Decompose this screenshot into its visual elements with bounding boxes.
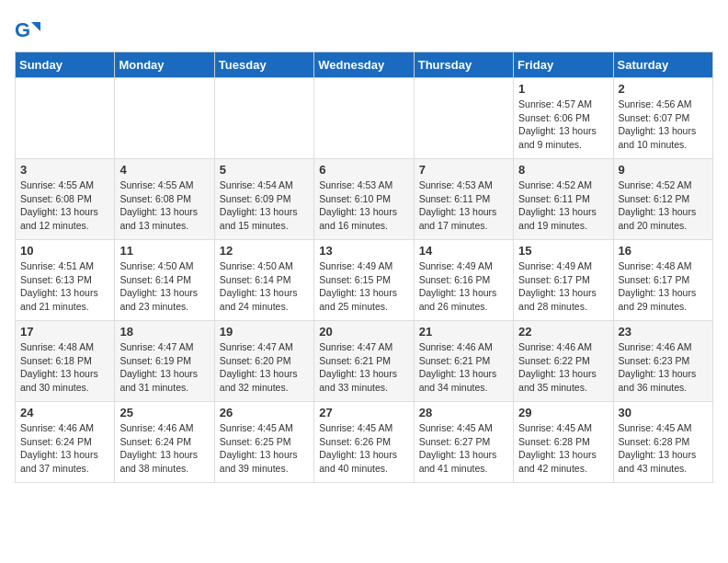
cell-content: Sunrise: 4:53 AM Sunset: 6:10 PM Dayligh… bbox=[319, 178, 408, 233]
cell-content: Sunrise: 4:53 AM Sunset: 6:11 PM Dayligh… bbox=[419, 178, 508, 233]
cell-content: Sunrise: 4:49 AM Sunset: 6:16 PM Dayligh… bbox=[419, 259, 508, 314]
day-header-wednesday: Wednesday bbox=[314, 52, 414, 78]
day-number: 17 bbox=[20, 325, 109, 339]
week-row-5: 24Sunrise: 4:46 AM Sunset: 6:24 PM Dayli… bbox=[16, 402, 713, 483]
cell-content: Sunrise: 4:49 AM Sunset: 6:17 PM Dayligh… bbox=[518, 259, 608, 314]
calendar-cell: 21Sunrise: 4:46 AM Sunset: 6:21 PM Dayli… bbox=[414, 321, 513, 402]
day-number: 28 bbox=[419, 406, 508, 419]
calendar-cell: 30Sunrise: 4:45 AM Sunset: 6:28 PM Dayli… bbox=[613, 402, 712, 483]
day-number: 9 bbox=[619, 163, 708, 177]
day-number: 13 bbox=[319, 244, 408, 258]
calendar-cell: 14Sunrise: 4:49 AM Sunset: 6:16 PM Dayli… bbox=[414, 240, 513, 321]
cell-content: Sunrise: 4:47 AM Sunset: 6:19 PM Dayligh… bbox=[119, 340, 209, 395]
svg-marker-1 bbox=[31, 22, 40, 31]
cell-content: Sunrise: 4:45 AM Sunset: 6:25 PM Dayligh… bbox=[220, 421, 309, 476]
day-header-saturday: Saturday bbox=[613, 52, 712, 78]
cell-content: Sunrise: 4:47 AM Sunset: 6:21 PM Dayligh… bbox=[319, 340, 408, 395]
day-number: 12 bbox=[220, 244, 309, 258]
calendar-cell: 5Sunrise: 4:54 AM Sunset: 6:09 PM Daylig… bbox=[214, 159, 313, 240]
cell-content: Sunrise: 4:54 AM Sunset: 6:09 PM Dayligh… bbox=[220, 178, 309, 233]
day-number: 26 bbox=[220, 406, 309, 419]
calendar-cell: 6Sunrise: 4:53 AM Sunset: 6:10 PM Daylig… bbox=[314, 159, 414, 240]
day-number: 23 bbox=[619, 325, 708, 339]
cell-content: Sunrise: 4:45 AM Sunset: 6:26 PM Dayligh… bbox=[319, 421, 408, 476]
calendar-cell: 1Sunrise: 4:57 AM Sunset: 6:06 PM Daylig… bbox=[514, 78, 613, 159]
day-number: 1 bbox=[518, 82, 608, 96]
day-number: 30 bbox=[619, 406, 708, 419]
cell-content: Sunrise: 4:45 AM Sunset: 6:27 PM Dayligh… bbox=[419, 421, 508, 476]
cell-content: Sunrise: 4:57 AM Sunset: 6:06 PM Dayligh… bbox=[518, 98, 608, 152]
day-number: 2 bbox=[619, 82, 708, 96]
cell-content: Sunrise: 4:48 AM Sunset: 6:18 PM Dayligh… bbox=[20, 340, 109, 395]
calendar-cell: 4Sunrise: 4:55 AM Sunset: 6:08 PM Daylig… bbox=[115, 159, 214, 240]
day-number: 10 bbox=[20, 244, 109, 258]
calendar-cell: 2Sunrise: 4:56 AM Sunset: 6:07 PM Daylig… bbox=[613, 78, 712, 159]
days-header-row: SundayMondayTuesdayWednesdayThursdayFrid… bbox=[16, 52, 713, 78]
day-number: 15 bbox=[518, 244, 608, 258]
week-row-4: 17Sunrise: 4:48 AM Sunset: 6:18 PM Dayli… bbox=[16, 321, 713, 402]
day-header-tuesday: Tuesday bbox=[214, 52, 313, 78]
cell-content: Sunrise: 4:48 AM Sunset: 6:17 PM Dayligh… bbox=[619, 259, 708, 314]
calendar-table: SundayMondayTuesdayWednesdayThursdayFrid… bbox=[15, 52, 713, 483]
day-header-friday: Friday bbox=[514, 52, 613, 78]
cell-content: Sunrise: 4:46 AM Sunset: 6:24 PM Dayligh… bbox=[20, 421, 109, 476]
cell-content: Sunrise: 4:46 AM Sunset: 6:23 PM Dayligh… bbox=[619, 340, 708, 395]
calendar-cell: 16Sunrise: 4:48 AM Sunset: 6:17 PM Dayli… bbox=[613, 240, 712, 321]
cell-content: Sunrise: 4:51 AM Sunset: 6:13 PM Dayligh… bbox=[20, 259, 109, 314]
calendar-cell: 13Sunrise: 4:49 AM Sunset: 6:15 PM Dayli… bbox=[314, 240, 414, 321]
week-row-1: 1Sunrise: 4:57 AM Sunset: 6:06 PM Daylig… bbox=[16, 78, 713, 159]
day-header-sunday: Sunday bbox=[16, 52, 115, 78]
calendar-cell: 22Sunrise: 4:46 AM Sunset: 6:22 PM Dayli… bbox=[514, 321, 613, 402]
day-number: 14 bbox=[419, 244, 508, 258]
calendar-cell: 15Sunrise: 4:49 AM Sunset: 6:17 PM Dayli… bbox=[514, 240, 613, 321]
day-header-monday: Monday bbox=[115, 52, 214, 78]
day-number: 25 bbox=[119, 406, 209, 419]
day-number: 29 bbox=[518, 406, 608, 419]
calendar-cell: 19Sunrise: 4:47 AM Sunset: 6:20 PM Dayli… bbox=[214, 321, 313, 402]
calendar-cell bbox=[16, 78, 115, 159]
calendar-cell: 18Sunrise: 4:47 AM Sunset: 6:19 PM Dayli… bbox=[115, 321, 214, 402]
week-row-3: 10Sunrise: 4:51 AM Sunset: 6:13 PM Dayli… bbox=[16, 240, 713, 321]
calendar-cell bbox=[115, 78, 214, 159]
day-number: 16 bbox=[619, 244, 708, 258]
cell-content: Sunrise: 4:52 AM Sunset: 6:12 PM Dayligh… bbox=[619, 178, 708, 233]
calendar-cell: 24Sunrise: 4:46 AM Sunset: 6:24 PM Dayli… bbox=[16, 402, 115, 483]
calendar-cell: 7Sunrise: 4:53 AM Sunset: 6:11 PM Daylig… bbox=[414, 159, 513, 240]
cell-content: Sunrise: 4:46 AM Sunset: 6:24 PM Dayligh… bbox=[119, 421, 209, 476]
day-number: 11 bbox=[119, 244, 209, 258]
calendar-cell: 23Sunrise: 4:46 AM Sunset: 6:23 PM Dayli… bbox=[613, 321, 712, 402]
cell-content: Sunrise: 4:56 AM Sunset: 6:07 PM Dayligh… bbox=[619, 98, 708, 152]
svg-text:G: G bbox=[15, 18, 30, 41]
day-number: 19 bbox=[220, 325, 309, 339]
cell-content: Sunrise: 4:52 AM Sunset: 6:11 PM Dayligh… bbox=[518, 178, 608, 233]
calendar-cell: 11Sunrise: 4:50 AM Sunset: 6:14 PM Dayli… bbox=[115, 240, 214, 321]
calendar-cell: 20Sunrise: 4:47 AM Sunset: 6:21 PM Dayli… bbox=[314, 321, 414, 402]
calendar-cell: 12Sunrise: 4:50 AM Sunset: 6:14 PM Dayli… bbox=[214, 240, 313, 321]
header: G bbox=[15, 15, 713, 44]
day-header-thursday: Thursday bbox=[414, 52, 513, 78]
calendar-cell bbox=[414, 78, 513, 159]
cell-content: Sunrise: 4:47 AM Sunset: 6:20 PM Dayligh… bbox=[220, 340, 309, 395]
day-number: 24 bbox=[20, 406, 109, 419]
cell-content: Sunrise: 4:46 AM Sunset: 6:22 PM Dayligh… bbox=[518, 340, 608, 395]
cell-content: Sunrise: 4:45 AM Sunset: 6:28 PM Dayligh… bbox=[619, 421, 708, 476]
cell-content: Sunrise: 4:55 AM Sunset: 6:08 PM Dayligh… bbox=[119, 178, 209, 233]
logo: G bbox=[15, 18, 42, 44]
cell-content: Sunrise: 4:46 AM Sunset: 6:21 PM Dayligh… bbox=[419, 340, 508, 395]
day-number: 20 bbox=[319, 325, 408, 339]
day-number: 5 bbox=[220, 163, 309, 177]
calendar-cell: 27Sunrise: 4:45 AM Sunset: 6:26 PM Dayli… bbox=[314, 402, 414, 483]
day-number: 22 bbox=[518, 325, 608, 339]
day-number: 3 bbox=[20, 163, 109, 177]
day-number: 7 bbox=[419, 163, 508, 177]
calendar-cell: 8Sunrise: 4:52 AM Sunset: 6:11 PM Daylig… bbox=[514, 159, 613, 240]
calendar-cell bbox=[314, 78, 414, 159]
cell-content: Sunrise: 4:49 AM Sunset: 6:15 PM Dayligh… bbox=[319, 259, 408, 314]
cell-content: Sunrise: 4:50 AM Sunset: 6:14 PM Dayligh… bbox=[220, 259, 309, 314]
calendar-cell: 29Sunrise: 4:45 AM Sunset: 6:28 PM Dayli… bbox=[514, 402, 613, 483]
week-row-2: 3Sunrise: 4:55 AM Sunset: 6:08 PM Daylig… bbox=[16, 159, 713, 240]
cell-content: Sunrise: 4:45 AM Sunset: 6:28 PM Dayligh… bbox=[518, 421, 608, 476]
logo-icon: G bbox=[15, 18, 40, 44]
calendar-body: 1Sunrise: 4:57 AM Sunset: 6:06 PM Daylig… bbox=[16, 78, 713, 483]
day-number: 21 bbox=[419, 325, 508, 339]
